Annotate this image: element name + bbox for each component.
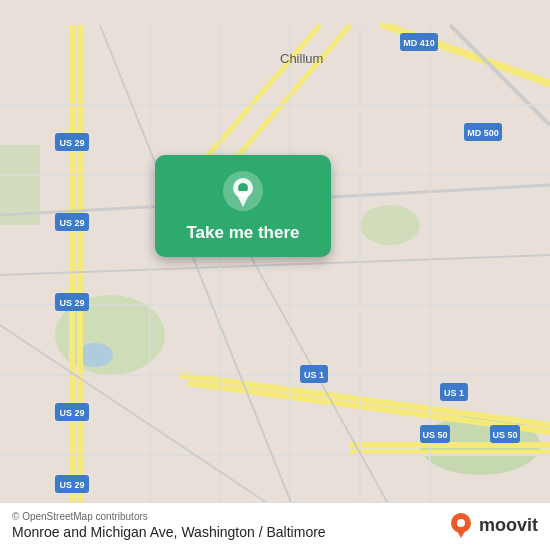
svg-text:US 29: US 29 [59, 218, 84, 228]
svg-marker-60 [454, 526, 468, 538]
svg-text:US 50: US 50 [422, 430, 447, 440]
location-popup[interactable]: Take me there [155, 155, 331, 257]
svg-text:Chillum: Chillum [280, 51, 323, 66]
svg-text:US 1: US 1 [444, 388, 464, 398]
svg-text:US 29: US 29 [59, 480, 84, 490]
moovit-icon [447, 512, 475, 540]
bottom-bar: © OpenStreetMap contributors Monroe and … [0, 502, 550, 550]
svg-text:MD 410: MD 410 [403, 38, 435, 48]
attribution-text: © OpenStreetMap contributors [12, 511, 326, 522]
svg-text:US 50: US 50 [492, 430, 517, 440]
location-pin-icon [221, 169, 265, 213]
moovit-brand-text: moovit [479, 515, 538, 536]
map-container: Chillum US 29 US 29 US 29 US 29 US 29 US… [0, 0, 550, 550]
moovit-logo: moovit [447, 512, 538, 540]
svg-text:US 29: US 29 [59, 408, 84, 418]
svg-text:MD 500: MD 500 [467, 128, 499, 138]
location-info: © OpenStreetMap contributors Monroe and … [12, 511, 326, 540]
svg-point-61 [457, 519, 465, 527]
location-name-text: Monroe and Michigan Ave, Washington / Ba… [12, 524, 326, 540]
svg-point-2 [360, 205, 420, 245]
take-me-there-button[interactable]: Take me there [186, 223, 299, 243]
svg-text:US 1: US 1 [304, 370, 324, 380]
svg-text:US 29: US 29 [59, 138, 84, 148]
svg-text:US 29: US 29 [59, 298, 84, 308]
